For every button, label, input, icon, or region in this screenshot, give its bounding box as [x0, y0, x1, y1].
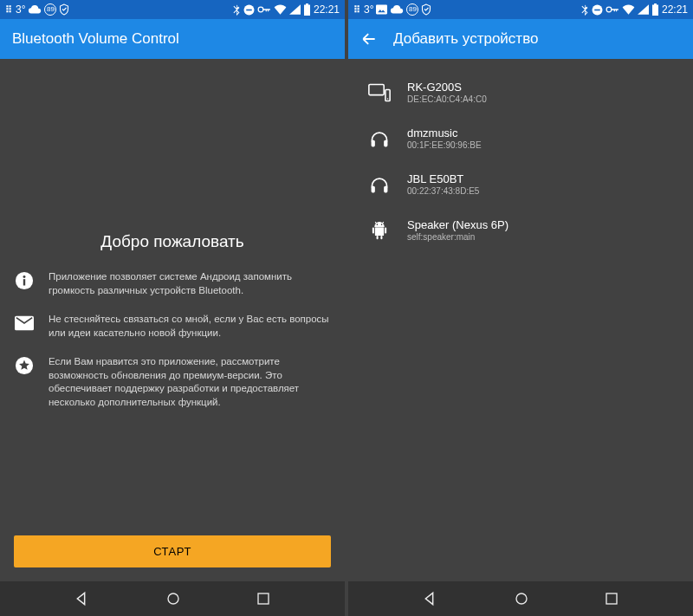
device-row[interactable]: Speaker (Nexus 6P)self:speaker:main [362, 207, 679, 253]
device-sub: 00:22:37:43:8D:E5 [407, 186, 479, 196]
bluetooth-icon [232, 3, 241, 16]
android-icon [367, 220, 392, 241]
nav-home-icon[interactable] [514, 591, 529, 606]
signal-icon [638, 4, 649, 15]
network-dots-icon: ⠿ [353, 4, 361, 16]
svg-rect-27 [380, 236, 382, 239]
cloud-icon [390, 5, 404, 14]
svg-rect-26 [377, 236, 379, 239]
mail-icon [14, 313, 35, 334]
svg-rect-1 [246, 9, 252, 10]
nav-bar [348, 581, 693, 616]
display-icon [367, 83, 392, 102]
svg-point-16 [387, 98, 388, 99]
device-row[interactable]: RK-G200SDE:EC:A0:C4:A4:C0 [362, 69, 679, 115]
shield-icon [421, 3, 431, 16]
status-bar: ⠿ 3° 89 22:21 [0, 0, 345, 19]
shield-icon [59, 3, 69, 16]
network-dots-icon: ⠿ [5, 4, 13, 16]
signal-icon [289, 4, 301, 15]
back-button[interactable] [360, 30, 378, 48]
welcome-content: Добро пожаловать Приложение позволяет си… [0, 59, 345, 581]
headphones-icon [367, 175, 392, 194]
status-temp: 3° [364, 3, 373, 16]
svg-point-28 [516, 593, 527, 604]
nav-back-icon[interactable] [423, 590, 440, 607]
device-row[interactable]: JBL E50BT00:22:37:43:8D:E5 [362, 161, 679, 207]
info-row-contact: Не стесняйтесь связаться со мной, если у… [14, 313, 331, 340]
device-list: RK-G200SDE:EC:A0:C4:A4:C0dmzmusic00:1F:E… [348, 59, 693, 581]
app-bar-title: Bluetooth Volume Control [12, 30, 179, 48]
key-icon [257, 5, 271, 14]
svg-rect-24 [372, 227, 374, 233]
dnd-icon [592, 4, 603, 16]
nav-back-icon[interactable] [74, 590, 92, 607]
app-bar: Bluetooth Volume Control [0, 19, 345, 59]
status-time: 22:21 [314, 3, 340, 16]
left-phone-screen: ⠿ 3° 89 22:21 Bluetooth Volume Control Д… [0, 0, 345, 616]
headphones-icon [367, 129, 392, 148]
app-bar: Добавить устройство [348, 19, 693, 59]
device-name: Speaker (Nexus 6P) [407, 218, 508, 231]
status-time: 22:21 [662, 3, 688, 16]
image-icon [376, 4, 387, 15]
bluetooth-icon [580, 3, 589, 16]
dnd-icon [243, 4, 255, 16]
app-bar-title: Добавить устройство [393, 30, 538, 48]
svg-rect-12 [594, 9, 600, 10]
mail-text: Не стесняйтесь связаться со мной, если у… [49, 313, 331, 340]
status-bar: ⠿ 3° 89 22:21 [348, 0, 693, 19]
battery-icon [303, 3, 311, 16]
key-icon [606, 5, 619, 14]
info-row-premium: Если Вам нравится это приложение, рассмо… [14, 355, 331, 409]
start-button[interactable]: СТАРТ [14, 535, 331, 567]
svg-point-21 [377, 224, 379, 225]
nav-bar [0, 581, 345, 616]
status-badge: 89 [406, 3, 418, 16]
welcome-title: Добро пожаловать [14, 232, 331, 251]
cloud-icon [28, 5, 42, 14]
svg-rect-10 [376, 5, 387, 15]
svg-rect-4 [23, 279, 25, 285]
device-name: RK-G200S [407, 81, 487, 94]
device-sub: DE:EC:A0:C4:A4:C0 [407, 94, 487, 104]
device-name: dmzmusic [407, 126, 482, 139]
svg-rect-18 [384, 139, 387, 146]
status-badge: 89 [44, 3, 56, 16]
battery-icon [651, 3, 659, 16]
svg-rect-29 [606, 593, 617, 604]
svg-rect-17 [372, 139, 375, 146]
wifi-icon [274, 4, 287, 15]
svg-point-5 [23, 276, 26, 278]
svg-point-13 [606, 7, 612, 12]
svg-rect-9 [258, 593, 269, 604]
svg-rect-14 [369, 84, 384, 94]
info-icon [14, 270, 35, 291]
nav-recent-icon[interactable] [256, 591, 271, 606]
star-icon [14, 355, 35, 376]
info-row-about: Приложение позволяет системе Андроид зап… [14, 270, 331, 297]
status-temp: 3° [16, 3, 25, 16]
nav-recent-icon[interactable] [604, 591, 619, 606]
nav-home-icon[interactable] [165, 591, 181, 606]
svg-point-2 [258, 7, 263, 12]
wifi-icon [622, 4, 635, 15]
device-name: JBL E50BT [407, 172, 479, 185]
svg-rect-20 [384, 185, 387, 192]
svg-rect-19 [372, 185, 375, 192]
info-text: Приложение позволяет системе Андроид зап… [49, 270, 331, 297]
svg-rect-23 [375, 227, 384, 235]
device-sub: self:speaker:main [407, 232, 508, 242]
device-sub: 00:1F:EE:90:96:BE [407, 140, 482, 150]
svg-point-8 [168, 593, 178, 604]
svg-point-22 [381, 224, 383, 225]
star-text: Если Вам нравится это приложение, рассмо… [49, 355, 331, 409]
right-phone-screen: ⠿ 3° 89 22:21 Добавить устройство RK-G20… [348, 0, 693, 616]
svg-rect-25 [385, 227, 386, 233]
device-row[interactable]: dmzmusic00:1F:EE:90:96:BE [362, 115, 679, 161]
